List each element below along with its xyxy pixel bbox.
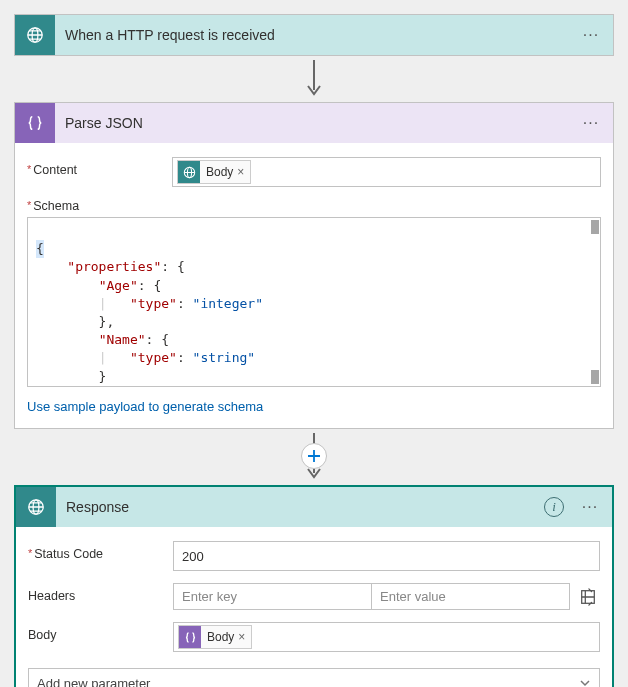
connector-arrow-1 — [14, 56, 614, 102]
http-icon — [16, 487, 56, 527]
parse-json-header[interactable]: Parse JSON ··· — [15, 103, 613, 143]
trigger-title: When a HTTP request is received — [65, 27, 569, 43]
content-body-token[interactable]: Body × — [177, 160, 251, 184]
schema-textarea[interactable]: { "properties": { "Age": { | "type": "in… — [27, 217, 601, 387]
header-key-input[interactable]: Enter key — [174, 584, 371, 609]
remove-token-icon[interactable]: × — [237, 165, 244, 179]
http-icon — [178, 161, 200, 183]
schema-scrollbar[interactable] — [589, 219, 599, 385]
trigger-header[interactable]: When a HTTP request is received ··· — [15, 15, 613, 55]
trigger-card: When a HTTP request is received ··· — [14, 14, 614, 56]
parse-json-menu-icon[interactable]: ··· — [579, 114, 603, 132]
response-menu-icon[interactable]: ··· — [578, 498, 602, 516]
parse-json-title: Parse JSON — [65, 115, 569, 131]
status-code-input[interactable]: 200 — [173, 541, 600, 571]
add-step-button[interactable] — [301, 443, 327, 469]
http-icon — [15, 15, 55, 55]
braces-icon — [179, 626, 201, 648]
content-label: Content — [27, 157, 162, 177]
headers-label: Headers — [28, 583, 163, 603]
trigger-menu-icon[interactable]: ··· — [579, 26, 603, 44]
token-label: Body — [207, 630, 234, 644]
remove-token-icon[interactable]: × — [238, 630, 245, 644]
parse-json-card: Parse JSON ··· Content Body × — [14, 102, 614, 429]
content-input[interactable]: Body × — [172, 157, 601, 187]
response-header[interactable]: Response i ··· — [16, 487, 612, 527]
info-icon[interactable]: i — [544, 497, 564, 517]
status-code-label: Status Code — [28, 541, 163, 561]
header-value-input[interactable]: Enter value — [371, 584, 569, 609]
braces-icon — [15, 103, 55, 143]
headers-kv-input: Enter key Enter value — [173, 583, 570, 610]
connector-arrow-2 — [14, 429, 614, 485]
use-sample-link[interactable]: Use sample payload to generate schema — [27, 399, 601, 414]
response-title: Response — [66, 499, 534, 515]
switch-mode-icon[interactable] — [576, 585, 600, 609]
add-parameter-label: Add new parameter — [37, 676, 150, 688]
token-label: Body — [206, 165, 233, 179]
body-token[interactable]: Body × — [178, 625, 252, 649]
body-input[interactable]: Body × — [173, 622, 600, 652]
schema-label: Schema — [27, 199, 601, 213]
chevron-down-icon — [579, 677, 591, 687]
body-label: Body — [28, 622, 163, 642]
response-card: Response i ··· Status Code 200 Headers E… — [14, 485, 614, 687]
add-parameter-dropdown[interactable]: Add new parameter — [28, 668, 600, 687]
